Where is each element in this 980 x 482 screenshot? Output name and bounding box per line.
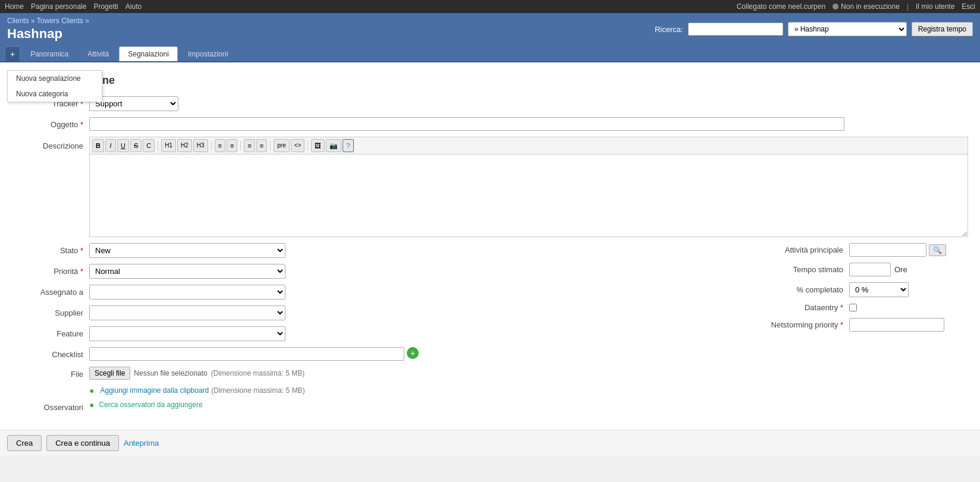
clipboard-size: (Dimensione massima: 5 MB)	[211, 386, 304, 395]
topbar-left: Home Pagina personale Progetti Aiuto	[5, 2, 142, 11]
crea-button[interactable]: Crea	[7, 435, 42, 451]
oggetto-input[interactable]	[89, 117, 844, 131]
feature-row: Feature	[12, 326, 730, 341]
toolbar-code-inline[interactable]: <>	[291, 139, 305, 152]
tab-impostazioni[interactable]: Impostazioni	[179, 46, 237, 61]
toolbar-sep3	[240, 141, 241, 150]
dataentry-checkbox[interactable]	[849, 304, 857, 311]
toolbar-ol[interactable]: ≡	[227, 139, 237, 152]
toolbar-bold[interactable]: B	[92, 139, 104, 152]
priorita-required: *	[80, 267, 83, 276]
toolbar-code[interactable]: C	[143, 139, 155, 152]
toolbar-align-right[interactable]: ≡	[256, 139, 267, 152]
esci-link[interactable]: Esci	[962, 2, 975, 11]
clipboard-row: ● Aggiungi immagine dalla clipboard (Dim…	[89, 386, 730, 395]
dataentry-label: Dataentry *	[748, 303, 849, 312]
attivita-search-button[interactable]: 🔍	[929, 244, 946, 256]
attivita-input[interactable]	[849, 243, 926, 257]
breadcrumb-sep2: »	[83, 17, 89, 25]
fields-left: Stato * New In Progress Resolved Closed …	[12, 243, 730, 418]
file-row: File Scegli file Nessun file selezionato…	[12, 367, 730, 380]
descrizione-label: Descrizione	[12, 137, 89, 150]
status-dot	[833, 4, 838, 10]
breadcrumb-clients[interactable]: Clients	[7, 17, 29, 25]
fields-right: Attività principale 🔍 Tempo stimato Ore …	[730, 243, 968, 418]
oggetto-required: *	[80, 120, 83, 129]
descrizione-row: Descrizione B I U S C H1 H2 H3 ≡ ≡ ≡ ≡ p…	[12, 137, 968, 237]
completato-label: % completato	[748, 285, 849, 294]
toolbar-sep2	[211, 141, 212, 150]
toolbar-ul[interactable]: ≡	[215, 139, 225, 152]
checklist-label: Checklist	[12, 347, 89, 359]
stato-row: Stato * New In Progress Resolved Closed …	[12, 243, 730, 258]
dropdown-nuova-categoria[interactable]: Nuova categoria	[8, 86, 102, 102]
toolbar-pre[interactable]: pre	[274, 139, 289, 152]
checklist-row: Checklist +	[12, 347, 730, 361]
assegnato-select[interactable]	[89, 285, 285, 300]
obs-dot: ●	[89, 400, 94, 409]
file-label: File	[12, 367, 89, 379]
netstorming-row: Netstorming priority *	[748, 318, 968, 332]
stato-select[interactable]: New In Progress Resolved Closed Rejected	[89, 243, 285, 258]
breadcrumb-sep1: »	[29, 17, 37, 25]
toolbar-strike[interactable]: S	[130, 139, 142, 152]
toolbar-h2[interactable]: H2	[177, 139, 192, 152]
main-content: Nuova segnalazione Tracker * Support Bug…	[0, 62, 980, 430]
toolbar-h3[interactable]: H3	[193, 139, 208, 152]
toolbar-help[interactable]: ?	[343, 139, 353, 152]
anteprima-link[interactable]: Anteprima	[124, 439, 159, 448]
nav-home[interactable]: Home	[5, 2, 24, 11]
toolbar-underline[interactable]: U	[117, 139, 129, 152]
search-input[interactable]	[688, 23, 783, 36]
checklist-add-button[interactable]: +	[407, 347, 419, 359]
toolbar-image[interactable]: 🖼	[311, 139, 325, 152]
tab-attivita[interactable]: Attività	[78, 46, 118, 61]
toolbar-italic[interactable]: I	[105, 139, 116, 152]
registra-tempo-button[interactable]: Registra tempo	[912, 22, 973, 36]
supplier-select[interactable]	[89, 305, 285, 320]
choose-file-button[interactable]: Scegli file	[89, 367, 130, 380]
tracker-select[interactable]: Support Bug Feature Task	[89, 96, 178, 111]
priorita-select[interactable]: Normal Low High Urgent Immediate	[89, 264, 285, 279]
completato-select[interactable]: 0 % 10 % 20 % 30 % 40 % 50 % 60 % 70 % 8…	[849, 282, 909, 297]
toolbar-h1[interactable]: H1	[161, 139, 176, 152]
my-user-link[interactable]: Il mio utente	[916, 2, 954, 11]
desc-toolbar: B I U S C H1 H2 H3 ≡ ≡ ≡ ≡ pre <> 🖼	[89, 137, 968, 154]
page-title: Hashnap	[7, 26, 89, 42]
header-left: Clients » Towers Clients » Hashnap	[7, 17, 89, 42]
tab-segnalazioni[interactable]: Segnalazioni	[119, 46, 178, 61]
cerca-osservatori-link[interactable]: Cerca osservatori da aggiungere	[99, 401, 202, 409]
tempo-input[interactable]	[849, 263, 891, 276]
clipboard-link[interactable]: Aggiungi immagine dalla clipboard	[100, 386, 209, 395]
breadcrumb: Clients » Towers Clients »	[7, 17, 89, 25]
status-text: Non in esecuzione	[841, 2, 900, 11]
oggetto-row: Oggetto *	[12, 117, 968, 131]
file-size-text: (Dimensione massima: 5 MB)	[211, 369, 304, 377]
clipboard-dot: ●	[89, 386, 94, 395]
nav-progetti[interactable]: Progetti	[93, 2, 118, 11]
nav-pagina-personale[interactable]: Pagina personale	[31, 2, 86, 11]
tab-panoramica[interactable]: Panoramica	[21, 46, 77, 61]
toolbar-align-left[interactable]: ≡	[244, 139, 255, 152]
toolbar-media[interactable]: 📷	[326, 139, 341, 152]
netstorming-input[interactable]	[849, 318, 944, 332]
description-textarea[interactable]	[89, 154, 968, 237]
search-select[interactable]: » Hashnap	[788, 22, 907, 36]
stato-label: Stato *	[12, 243, 89, 255]
topbar: Home Pagina personale Progetti Aiuto Col…	[0, 0, 980, 13]
nav-aiuto[interactable]: Aiuto	[125, 2, 142, 11]
checklist-input[interactable]	[89, 347, 404, 361]
dropdown-nuova-segnalazione[interactable]: Nuova segnalazione	[8, 71, 102, 86]
crea-continua-button[interactable]: Crea e continua	[46, 435, 119, 451]
file-controls: Scegli file Nessun file selezionato (Dim…	[89, 367, 304, 380]
tab-plus[interactable]: +	[5, 46, 20, 61]
toolbar-sep5	[307, 141, 308, 150]
tempo-row: Tempo stimato Ore	[748, 263, 968, 276]
attivita-label: Attività principale	[748, 245, 849, 254]
osservatori-row: Osservatori ● Cerca osservatori da aggiu…	[12, 400, 730, 412]
header: Clients » Towers Clients » Hashnap Ricer…	[0, 13, 980, 46]
stato-required: *	[80, 246, 83, 255]
connected-user: Collegato come neel.curpen	[737, 2, 825, 11]
breadcrumb-towers[interactable]: Towers Clients	[37, 17, 83, 25]
feature-select[interactable]	[89, 326, 285, 341]
